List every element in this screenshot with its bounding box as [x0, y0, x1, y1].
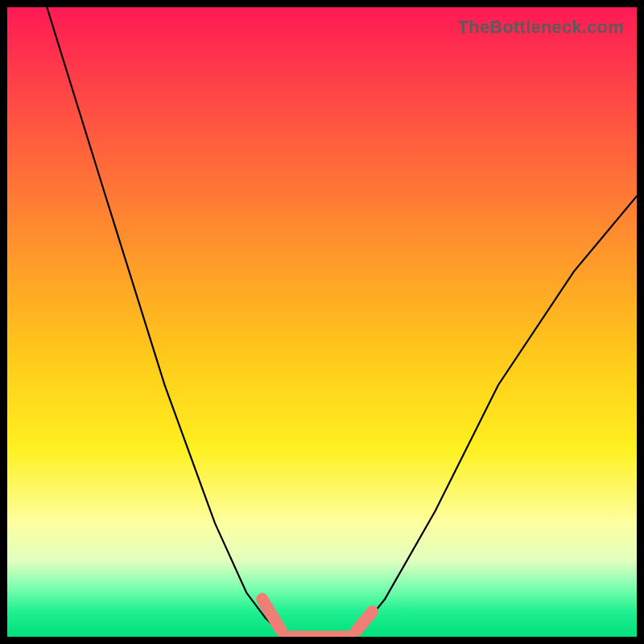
chart-plot-area: TheBottleneck.com [7, 7, 637, 637]
salmon-group [262, 599, 373, 637]
black-curve [45, 7, 637, 637]
salmon-seg-0 [262, 599, 282, 630]
salmon-seg-2 [357, 612, 373, 631]
chart-svg [7, 7, 637, 637]
chart-frame: TheBottleneck.com [0, 0, 644, 644]
